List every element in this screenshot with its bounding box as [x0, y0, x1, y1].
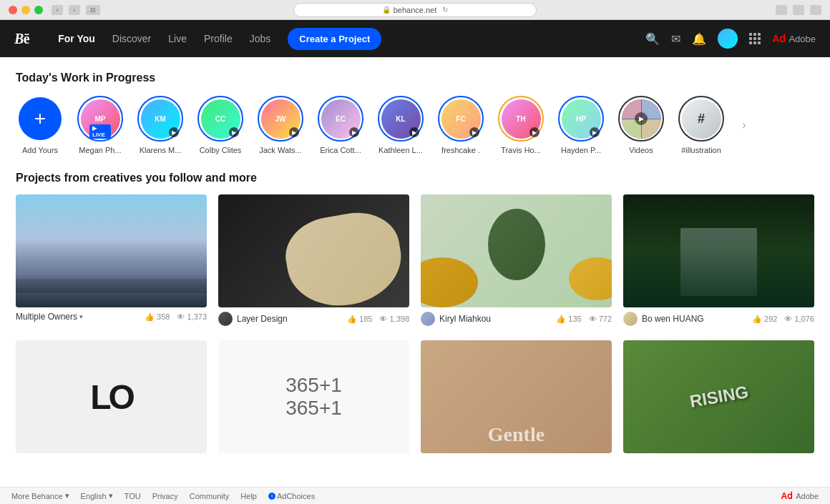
add-yours-circle: + — [17, 96, 63, 142]
views-stat-waterfall: 👁 1,076 — [784, 315, 814, 323]
play-icon-jack: ▶ — [289, 127, 299, 137]
story-jack[interactable]: JW ▶ Jack Wats... — [256, 96, 305, 154]
project-card-gentle[interactable]: Gentle — [421, 340, 612, 453]
likes-stat-waterfall: 👍 292 — [752, 315, 777, 324]
story-travis[interactable]: TH ▶ Travis Ho... — [497, 96, 545, 154]
project-card-numbers[interactable]: 365+1 365+1 — [218, 340, 409, 453]
maximize-button[interactable] — [34, 6, 43, 14]
messages-icon[interactable]: ✉ — [671, 32, 680, 46]
like-icon-surfboard: 👍 — [347, 315, 357, 324]
story-kathleen-label: Kathleen L... — [379, 146, 423, 154]
traffic-lights — [9, 6, 43, 14]
project-thumb-speaker — [421, 194, 612, 307]
project-card-city[interactable]: Multiple Owners ▾ 👍 358 👁 1,373 — [16, 194, 207, 329]
story-illustration-label: #illustration — [681, 146, 721, 154]
navbar: Bē For You Discover Live Profile Jobs Cr… — [0, 20, 830, 57]
project-card-logo[interactable]: LO — [16, 340, 207, 453]
multiple-owners-button[interactable]: Multiple Owners ▾ — [16, 312, 83, 322]
project-stats-surfboard: 👍 185 👁 1,398 — [347, 315, 409, 324]
play-icon-colby: ▶ — [229, 127, 239, 137]
like-icon-city: 👍 — [145, 312, 155, 322]
project-card-waterfall[interactable]: Bo wen HUANG 👍 292 👁 1,076 — [623, 194, 814, 329]
user-avatar[interactable] — [718, 29, 738, 49]
nav-discover[interactable]: Discover — [112, 33, 151, 44]
close-button[interactable] — [9, 6, 17, 14]
stories-row: + Add Yours MP ▶ LIVE Megan Ph... KM ▶ K… — [16, 96, 814, 154]
project-thumb-gentle: Gentle — [421, 340, 612, 453]
tab-control[interactable]: ⊟ — [86, 5, 100, 15]
views-icon-city: 👁 — [177, 312, 185, 321]
story-travis-label: Travis Ho... — [501, 146, 541, 154]
url-bar[interactable]: 🔒 behance.net ↻ — [293, 3, 537, 17]
chrome-right-buttons — [776, 5, 821, 15]
project-author-waterfall: Bo wen HUANG — [623, 312, 704, 326]
story-hayden-label: Hayden P... — [561, 146, 601, 154]
more-behance-label: More Behance — [11, 492, 63, 500]
story-megan[interactable]: MP ▶ LIVE Megan Ph... — [76, 96, 125, 154]
project-thumb-waterfall — [623, 194, 814, 307]
forward-button[interactable]: › — [69, 5, 80, 15]
language-button[interactable]: English ▾ — [81, 491, 113, 500]
nav-for-you[interactable]: For You — [58, 33, 95, 44]
story-freshcake[interactable]: FC ▶ freshcake . — [436, 96, 485, 154]
apps-grid-icon[interactable] — [749, 33, 761, 44]
story-megan-circle: MP ▶ LIVE — [77, 96, 123, 142]
privacy-link[interactable]: Privacy — [152, 492, 178, 500]
notifications-icon[interactable]: 🔔 — [692, 32, 706, 46]
views-icon-surfboard: 👁 — [379, 315, 387, 323]
tou-link[interactable]: TOU — [125, 492, 141, 500]
story-colby-label: Colby Clites — [200, 146, 242, 154]
nav-live[interactable]: Live — [168, 33, 187, 44]
story-jack-label: Jack Wats... — [259, 146, 302, 154]
story-hayden[interactable]: HP ▶ Hayden P... — [557, 96, 605, 154]
extensions-button[interactable] — [793, 5, 804, 15]
project-card-speaker[interactable]: Kiryl Miahkou 👍 135 👁 772 — [421, 194, 612, 329]
play-icon-videos: ▶ — [635, 112, 648, 125]
reload-icon[interactable]: ↻ — [442, 6, 448, 14]
search-icon[interactable]: 🔍 — [645, 32, 660, 46]
nav-jobs[interactable]: Jobs — [250, 33, 271, 44]
adchoices-link[interactable]: i AdChoices — [268, 492, 315, 500]
create-project-button[interactable]: Create a Project — [288, 28, 381, 50]
project-thumb-logo: LO — [16, 340, 207, 453]
bottom-right: Aⅾ Adobe — [781, 491, 819, 501]
author-avatar-speaker — [421, 312, 435, 326]
story-videos[interactable]: ▶ Videos — [617, 96, 665, 154]
story-travis-circle: TH ▶ — [498, 96, 544, 142]
project-info-city: Multiple Owners ▾ 👍 358 👁 1,373 — [16, 307, 207, 325]
project-card-surfboard[interactable]: Layer Design 👍 185 👁 1,398 — [218, 194, 409, 329]
back-button[interactable]: ‹ — [52, 5, 63, 15]
behance-logo[interactable]: Bē — [14, 31, 29, 47]
projects-section-title: Projects from creatives you follow and m… — [16, 172, 814, 184]
story-add-yours[interactable]: + Add Yours — [16, 96, 64, 154]
help-link[interactable]: Help — [240, 492, 257, 500]
views-icon-waterfall: 👁 — [784, 315, 792, 323]
bottom-left: More Behance ▾ English ▾ TOU Privacy Com… — [11, 491, 315, 500]
language-label: English — [81, 492, 107, 500]
stories-scroll-right[interactable]: › — [737, 119, 751, 132]
more-behance-button[interactable]: More Behance ▾ — [11, 491, 69, 500]
story-illustration[interactable]: # #illustration — [677, 96, 726, 154]
story-klarens[interactable]: KM ▶ Klarens M... — [136, 96, 185, 154]
lang-chevron-icon: ▾ — [109, 491, 113, 500]
live-badge: ▶ LIVE — [89, 124, 111, 139]
likes-stat-surfboard: 👍 185 — [347, 315, 372, 324]
minimize-button[interactable] — [21, 6, 30, 14]
story-illustration-thumb: # — [682, 99, 721, 139]
community-link[interactable]: Community — [190, 492, 230, 500]
play-icon-kathleen: ▶ — [409, 127, 419, 137]
play-icon-travis: ▶ — [529, 127, 540, 137]
new-tab-button[interactable] — [810, 5, 821, 15]
project-thumb-surfboard — [218, 194, 409, 307]
project-card-graffiti[interactable]: RISING — [623, 340, 814, 453]
story-kathleen-circle: KL ▶ — [378, 96, 424, 142]
project-stats-city: 👍 358 👁 1,373 — [145, 312, 207, 322]
story-colby[interactable]: CC ▶ Colby Clites — [196, 96, 245, 154]
story-kathleen[interactable]: KL ▶ Kathleen L... — [376, 96, 425, 154]
share-button[interactable] — [776, 5, 787, 15]
multiple-owners-label: Multiple Owners — [16, 312, 77, 322]
story-erica[interactable]: EC ▶ Erica Cott... — [316, 96, 365, 154]
nav-profile[interactable]: Profile — [204, 33, 233, 44]
story-erica-label: Erica Cott... — [320, 146, 361, 154]
like-icon-speaker: 👍 — [556, 315, 566, 324]
